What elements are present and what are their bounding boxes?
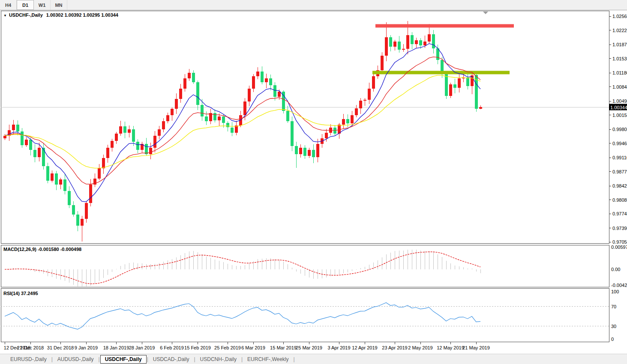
tab-separator: | (51, 356, 53, 362)
date-tick-label: 25 Feb 2019 (214, 345, 241, 350)
date-tick-label: 23 Apr 2019 (382, 345, 407, 350)
current-price-badge-label: 1.00344 (610, 105, 627, 110)
price-tick-label: 1.00490 (612, 98, 627, 104)
tab-audusd-daily[interactable]: AUDUSD-,Daily (53, 355, 98, 363)
price-tick-label: 0.97740 (612, 211, 627, 216)
date-tick-label: 15 Mar 2019 (270, 345, 297, 350)
date-tick-label: 31 Dec 2018 (47, 345, 74, 350)
date-tick-label: 15 Feb 2019 (184, 345, 211, 350)
collapse-chart-icon[interactable]: ▼ (3, 14, 7, 18)
tab-usdcnh-daily[interactable]: USDCNH-,Daily (196, 355, 241, 363)
timeframe-button-mn[interactable]: MN (51, 0, 67, 10)
price-tick-label: 1.00840 (612, 84, 627, 90)
date-tick-label: 25 Mar 2019 (296, 345, 322, 350)
tab-separator: | (241, 356, 243, 362)
date-tick-label: 18 Jan 2019 (103, 345, 129, 350)
tab-separator: | (194, 356, 195, 362)
date-tick-label: 6 Mar 2019 (241, 345, 265, 350)
support-line[interactable] (372, 71, 510, 74)
mt4-window: H4D1W1MN ▼USDCHF-,Daily1.00302 1.00392 1… (0, 0, 627, 364)
date-tick-label: 2 May 2019 (408, 345, 432, 350)
tab-eurusd-daily[interactable]: EURUSD-,Daily (6, 355, 51, 363)
timeframe-button-h4[interactable]: H4 (0, 0, 17, 10)
price-tick-label: 1.02560 (612, 14, 627, 19)
price-tick-label: 1.02220 (612, 28, 627, 33)
rsi-axis-label: 100 (611, 289, 619, 294)
date-tick-label: 21 Dec 2018 (17, 345, 44, 350)
price-tick-label: 0.97390 (612, 226, 627, 231)
price-tick-label: 1.01530 (612, 56, 627, 61)
rsi-axis-label: 0 (611, 337, 614, 342)
price-tick-label: 1.01870 (612, 42, 627, 47)
rsi-axis-label: 70 (611, 304, 616, 309)
chart-canvas[interactable]: 1.025601.022201.018701.015301.011801.008… (0, 11, 627, 354)
resistance-line[interactable] (375, 24, 514, 27)
rsi-axis-label: 30 (611, 324, 616, 329)
timeframe-button-d1[interactable]: D1 (17, 0, 34, 10)
price-tick-label: 1.01180 (612, 70, 627, 75)
price-tick-label: 0.99800 (612, 127, 627, 132)
tab-eurchf-weekly[interactable]: EURCHF-,Weekly (243, 355, 293, 363)
timeframe-button-w1[interactable]: W1 (34, 0, 51, 10)
panel-borders (1, 11, 609, 342)
tab-separator: | (99, 356, 100, 362)
price-tick-label: 0.99460 (612, 141, 627, 146)
timeframe-toolbar: H4D1W1MN (0, 0, 627, 10)
date-tick-label: 28 Jan 2019 (129, 345, 155, 350)
date-tick-label: 6 Feb 2019 (160, 345, 184, 350)
date-tick-label: 9 Jan 2019 (75, 345, 98, 350)
tab-separator: | (294, 356, 295, 362)
date-tick-label: 21 May 2019 (462, 345, 490, 350)
tab-usdchf-daily[interactable]: USDCHF-,Daily (100, 355, 147, 364)
date-tick-label: 12 Apr 2019 (352, 345, 377, 350)
chart-tabs-bar: EURUSD-,Daily|AUDUSD-,Daily|USDCHF-,Dail… (0, 354, 627, 364)
macd-axis-label: 0.00 (611, 267, 620, 272)
price-tick-label: 0.98420 (612, 183, 627, 188)
price-tick-label: 0.98770 (612, 169, 627, 174)
price-tick-label: 1.00150 (612, 113, 627, 118)
date-tick-label: 12 May 2019 (437, 345, 464, 350)
tab-separator: | (147, 356, 148, 362)
price-tick-label: 0.99110 (612, 155, 627, 160)
price-tick-label: 0.98080 (612, 197, 627, 203)
macd-axis-label: -0.004243 (611, 283, 627, 288)
tab-usdcad-daily[interactable]: USDCAD-,Daily (149, 355, 194, 363)
date-tick-label: 3 Apr 2019 (327, 345, 350, 350)
macd-axis-label: 0.00597 (611, 245, 627, 250)
price-tick-label: 0.97050 (612, 239, 627, 245)
